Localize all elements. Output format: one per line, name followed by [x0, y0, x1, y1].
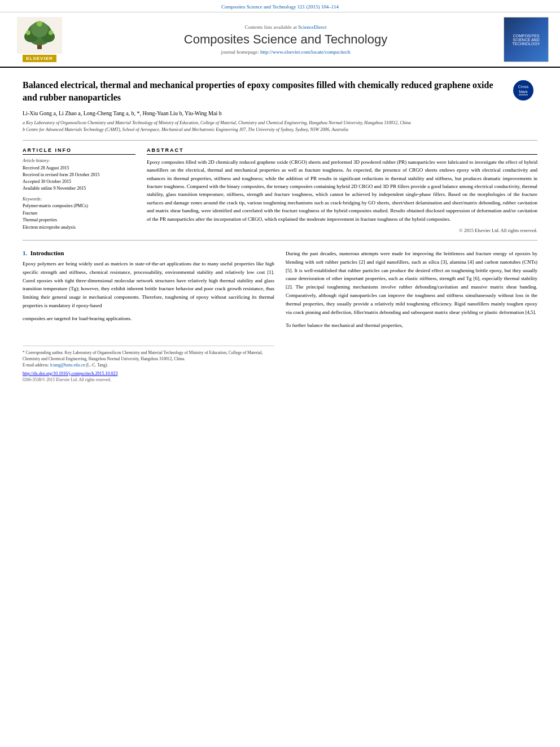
- received-date: Received 28 August 2015: [23, 165, 135, 172]
- accepted-date: Accepted 30 October 2015: [23, 178, 135, 185]
- journal-citation-link[interactable]: Composites Science and Technology 121 (2…: [221, 4, 339, 10]
- elsevier-badge: ELSEVIER: [23, 55, 56, 62]
- journal-header-center: Contents lists available at ScienceDirec…: [79, 17, 492, 62]
- svg-point-6: [26, 30, 30, 35]
- article-history-label: Article history:: [23, 158, 135, 163]
- keywords-label: Keywords:: [23, 196, 135, 202]
- journal-homepage-link[interactable]: http://www.elsevier.com/locate/compscite…: [260, 49, 350, 55]
- abstract-text: Epoxy composites filled with 2D chemical…: [147, 158, 537, 223]
- elsevier-logo: ELSEVIER: [17, 17, 62, 62]
- journal-cover-image: COMPOSITES SCIENCE AND TECHNOLOGY: [504, 17, 549, 62]
- journal-header-right: COMPOSITES SCIENCE AND TECHNOLOGY: [498, 17, 554, 62]
- section1-title: Introduction: [30, 250, 64, 256]
- copyright-line: © 2015 Elsevier Ltd. All rights reserved…: [147, 228, 537, 233]
- body-col-left: 1. Introduction Epoxy polymers are being…: [23, 250, 274, 382]
- journal-homepage: journal homepage: http://www.elsevier.co…: [221, 49, 351, 55]
- section1-number: 1.: [23, 250, 27, 256]
- elsevier-tree-icon: [17, 17, 62, 54]
- journal-title: Composites Science and Technology: [184, 32, 387, 47]
- received-revised-date: Received in revised form 28 October 2015: [23, 172, 135, 178]
- journal-header-left: ELSEVIER: [6, 17, 73, 62]
- section1-col2-para1: During the past decades, numerous attemp…: [286, 250, 537, 317]
- footnote-email: E-mail address: lctang@hznu.edu.cn (L.-C…: [23, 362, 274, 368]
- section1-col2-para2: To further balance the mechanical and th…: [286, 321, 537, 330]
- paper-affiliations: a Key Laboratory of Organosilicon Chemis…: [23, 120, 506, 133]
- affiliation-a: a Key Laboratory of Organosilicon Chemis…: [23, 120, 506, 126]
- paper-title-section: Balanced electrical, thermal and mechani…: [23, 79, 537, 141]
- issn-line: 0266-3538/© 2015 Elsevier Ltd. All right…: [23, 377, 274, 382]
- section1-heading: 1. Introduction: [23, 250, 274, 256]
- paper-authors: Li-Xiu Gong a, Li Zhao a, Long-Cheng Tan…: [23, 110, 506, 116]
- footnote-email-link[interactable]: lctang@hznu.edu.cn: [50, 362, 85, 368]
- svg-point-7: [49, 30, 53, 35]
- journal-header: ELSEVIER Contents lists available at Sci…: [0, 12, 560, 68]
- sciencedirect-text: Contents lists available at ScienceDirec…: [245, 24, 327, 30]
- footnote-email-suffix: (L.-C. Tang).: [86, 362, 108, 368]
- footnote-star: * Corresponding author. Key Laboratory o…: [23, 350, 274, 362]
- body-col-right: During the past decades, numerous attemp…: [286, 250, 537, 382]
- keyword-3: Thermal properties: [23, 217, 135, 224]
- affiliation-b: b Centre for Advanced Materials Technolo…: [23, 126, 506, 133]
- abstract-column: ABSTRACT Epoxy composites filled with 2D…: [147, 147, 537, 233]
- keyword-2: Fracture: [23, 210, 135, 217]
- keyword-1: Polymer-matrix composites (PMCs): [23, 203, 135, 210]
- keyword-4: Electron microprobe analysis: [23, 224, 135, 231]
- abstract-label: ABSTRACT: [147, 147, 537, 155]
- section1-col1-continues: composites are targeted for load-bearing…: [23, 314, 274, 323]
- article-info-abstract-section: ARTICLE INFO Article history: Received 2…: [23, 147, 537, 241]
- paper-title-text: Balanced electrical, thermal and mechani…: [23, 79, 506, 133]
- paper-title: Balanced electrical, thermal and mechani…: [23, 79, 506, 104]
- crossmark-logo: Cross Mark: [512, 79, 537, 103]
- footnote-section: * Corresponding author. Key Laboratory o…: [23, 346, 274, 382]
- section1-col1-para1: Epoxy polymers are being widely used as …: [23, 260, 274, 310]
- crossmark-icon: Cross Mark: [512, 79, 535, 102]
- doi-line: http://dx.doi.org/10.1016/j.compscitech.…: [23, 371, 274, 376]
- svg-point-8: [37, 21, 42, 27]
- available-date: Available online 9 November 2015: [23, 185, 135, 192]
- article-info-column: ARTICLE INFO Article history: Received 2…: [23, 147, 135, 233]
- doi-link[interactable]: http://dx.doi.org/10.1016/j.compscitech.…: [23, 371, 118, 376]
- journal-top-bar: Composites Science and Technology 121 (2…: [0, 0, 560, 12]
- svg-text:Cross: Cross: [518, 85, 529, 89]
- article-info-label: ARTICLE INFO: [23, 147, 135, 155]
- sciencedirect-link[interactable]: ScienceDirect: [298, 24, 326, 30]
- footnote-area: * Corresponding author. Key Laboratory o…: [23, 346, 274, 369]
- body-section: 1. Introduction Epoxy polymers are being…: [23, 250, 537, 382]
- svg-text:Mark: Mark: [519, 90, 528, 94]
- paper-content: Balanced electrical, thermal and mechani…: [0, 68, 560, 394]
